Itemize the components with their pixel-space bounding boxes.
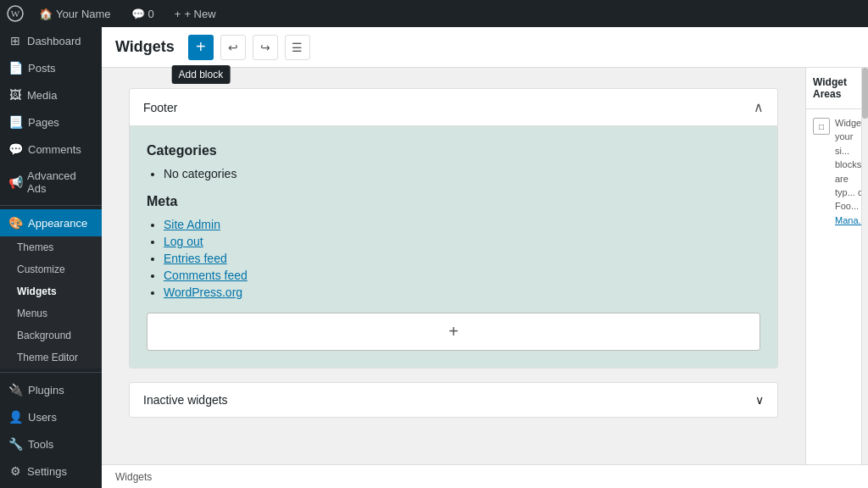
meta-title: Meta xyxy=(147,194,760,209)
editor-toolbar: Widgets + Add block ↩ ↪ ☰ xyxy=(102,27,868,68)
add-block-row[interactable]: + xyxy=(147,313,760,351)
footer-widget-content: Categories No categories Meta xyxy=(130,126,777,368)
menu-separator-1 xyxy=(0,205,102,206)
site-name-bar[interactable]: 🏠 Your Name xyxy=(34,8,116,20)
sidebar-item-comments[interactable]: 💬 Comments xyxy=(0,136,102,163)
sidebar-item-settings[interactable]: ⚙ Settings xyxy=(0,458,102,485)
scrollbar[interactable] xyxy=(861,68,868,464)
categories-list: No categories xyxy=(147,167,760,180)
list-item: Log out xyxy=(164,235,760,248)
home-icon: 🏠 xyxy=(39,8,53,20)
widget-area-description: Widge... your si... blocks are typ... or… xyxy=(835,116,861,226)
editor-canvas: Footer ∧ Categories No categories xyxy=(102,68,805,464)
media-icon: 🖼 xyxy=(8,88,22,102)
footer-widget-panel: Footer ∧ Categories No categories xyxy=(129,88,778,369)
log-out-link[interactable]: Log out xyxy=(164,235,203,248)
settings-icon: ⚙ xyxy=(8,464,22,478)
list-view-button[interactable]: ☰ xyxy=(285,35,310,60)
sidebar-item-menus[interactable]: Menus xyxy=(0,302,102,324)
sidebar-item-pages[interactable]: 📃 Pages xyxy=(0,108,102,136)
sidebar-item-theme-editor[interactable]: Theme Editor xyxy=(0,347,102,369)
sidebar-item-posts[interactable]: 📄 Posts xyxy=(0,54,102,81)
collapse-menu-button[interactable]: ◀ Collapse menu xyxy=(0,485,102,488)
appearance-submenu: Themes Customize Widgets Menus Backgroun… xyxy=(0,236,102,369)
sidebar-item-users[interactable]: 👤 Users xyxy=(0,403,102,430)
entries-feed-link[interactable]: Entries feed xyxy=(164,252,227,265)
list-item: WordPress.org xyxy=(164,286,760,299)
redo-icon: ↪ xyxy=(260,41,270,54)
users-icon: 👤 xyxy=(8,410,23,424)
editor-body: Footer ∧ Categories No categories xyxy=(102,68,868,464)
footer-chevron-icon[interactable]: ∧ xyxy=(754,99,764,115)
dashboard-icon: ⊞ xyxy=(8,34,22,47)
list-item: Comments feed xyxy=(164,269,760,282)
categories-title: Categories xyxy=(147,143,760,158)
pages-icon: 📃 xyxy=(8,115,23,129)
categories-block: Categories No categories xyxy=(147,143,760,180)
sidebar-item-background[interactable]: Background xyxy=(0,324,102,347)
content-area: Widgets + Add block ↩ ↪ ☰ Foote xyxy=(102,27,868,488)
tools-icon: 🔧 xyxy=(8,437,23,451)
undo-icon: ↩ xyxy=(228,41,238,54)
sidebar-item-widgets[interactable]: Widgets xyxy=(0,280,102,302)
scrollbar-thumb[interactable] xyxy=(862,68,868,119)
widget-area-icon: □ xyxy=(813,118,830,135)
advanced-ads-icon: 📢 xyxy=(8,175,22,189)
sidebar-item-appearance[interactable]: 🎨 Appearance xyxy=(0,209,102,236)
status-label: Widgets xyxy=(115,471,152,483)
redo-button[interactable]: ↪ xyxy=(253,35,278,60)
appearance-icon: 🎨 xyxy=(8,216,23,230)
add-block-tooltip: Add block xyxy=(171,65,230,84)
plugins-icon: 🔌 xyxy=(8,383,23,396)
site-admin-link[interactable]: Site Admin xyxy=(164,218,220,231)
list-item: No categories xyxy=(164,167,760,180)
status-bar: Widgets xyxy=(102,464,868,488)
add-block-plus-icon: + xyxy=(448,322,459,341)
admin-menu: ⊞ Dashboard 📄 Posts 🖼 Media 📃 Pages 💬 Co… xyxy=(0,27,102,488)
meta-list: Site Admin Log out Entries feed Comments… xyxy=(147,218,760,299)
comments-bar[interactable]: 💬 0 xyxy=(126,8,159,20)
sidebar-item-dashboard[interactable]: ⊞ Dashboard xyxy=(0,27,102,54)
menu-separator-2 xyxy=(0,372,102,373)
widget-area-item: □ Widge... your si... blocks are typ... … xyxy=(806,109,861,233)
manage-link[interactable]: Mana... xyxy=(835,215,861,225)
admin-bar: W 🏠 Your Name 💬 0 + + New xyxy=(0,0,868,27)
svg-text:W: W xyxy=(11,8,20,19)
plus-icon: + xyxy=(175,8,181,20)
sidebar-item-themes[interactable]: Themes xyxy=(0,236,102,258)
add-block-button[interactable]: + xyxy=(188,35,214,60)
sidebar-item-media[interactable]: 🖼 Media xyxy=(0,81,102,108)
wp-logo[interactable]: W xyxy=(7,5,24,22)
add-block-wrapper: + Add block xyxy=(188,35,214,60)
meta-block: Meta Site Admin Log out Entries feed xyxy=(147,194,760,299)
inactive-panel-header[interactable]: Inactive widgets ∨ xyxy=(130,383,777,417)
inactive-panel-title: Inactive widgets xyxy=(143,393,228,407)
comments-icon: 💬 xyxy=(8,142,23,156)
sidebar-item-customize[interactable]: Customize xyxy=(0,258,102,280)
right-sidebar: Widget Areas □ Widge... your si... block… xyxy=(805,68,861,464)
posts-icon: 📄 xyxy=(8,61,23,75)
sidebar-item-advanced-ads[interactable]: 📢 Advanced Ads xyxy=(0,163,102,202)
footer-panel-header[interactable]: Footer ∧ xyxy=(130,89,777,126)
list-item: Site Admin xyxy=(164,218,760,231)
undo-button[interactable]: ↩ xyxy=(220,35,246,60)
wordpress-org-link[interactable]: WordPress.org xyxy=(164,286,242,299)
page-title: Widgets xyxy=(115,38,175,56)
sidebar-item-tools[interactable]: 🔧 Tools xyxy=(0,430,102,458)
sidebar-item-plugins[interactable]: 🔌 Plugins xyxy=(0,376,102,403)
new-bar[interactable]: + + New xyxy=(170,8,221,20)
list-item: Entries feed xyxy=(164,252,760,265)
comments-feed-link[interactable]: Comments feed xyxy=(164,269,248,282)
inactive-chevron-icon[interactable]: ∨ xyxy=(755,393,764,407)
inactive-widgets-panel: Inactive widgets ∨ xyxy=(129,382,778,418)
list-view-icon: ☰ xyxy=(292,41,303,54)
right-sidebar-header: Widget Areas xyxy=(806,68,861,109)
footer-panel-title: Footer xyxy=(143,101,177,114)
comment-icon: 💬 xyxy=(131,8,145,20)
